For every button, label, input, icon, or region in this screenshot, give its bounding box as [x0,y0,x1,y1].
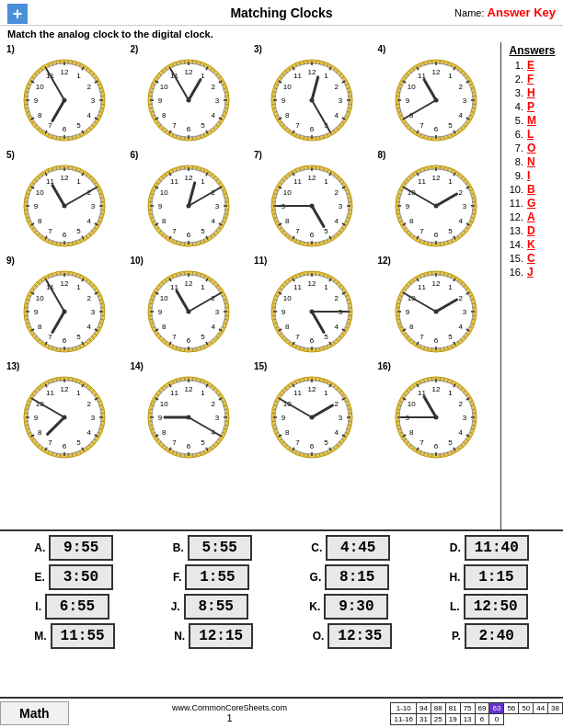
svg-text:10: 10 [36,188,44,197]
answer-number: 10. [505,184,525,195]
svg-text:3: 3 [215,414,220,422]
svg-text:2: 2 [87,294,92,302]
svg-text:8: 8 [285,111,290,119]
clock-cell: 1) 121234567891011 [5,44,125,146]
svg-text:1: 1 [325,389,329,397]
clock-cell: 7) 121234567891011 [252,150,373,252]
score-section: 1-10 94 88 81 75 69 63 56 50 44 38 11-16… [390,702,563,725]
score-val: 81 [445,702,460,713]
answer-letter: M [525,114,536,127]
svg-text:10: 10 [283,294,292,302]
svg-text:6: 6 [63,125,67,133]
clock-svg: 121234567891011 [266,160,358,252]
footer-center: www.CommonCoreSheets.com 1 [172,703,287,723]
clock-label: 5) [6,150,15,160]
digital-letter: H. [449,571,460,584]
score-range-1: 1-10 [391,702,416,713]
svg-text:1: 1 [201,283,205,291]
clock-svg: 121234567891011 [390,371,482,463]
digital-cell: D. 11:40 [450,535,529,561]
main-content: 1) 121234567891011 2) 121234567891011 [0,42,563,529]
svg-text:6: 6 [187,125,191,133]
digital-cell: M. 11:55 [34,623,114,649]
svg-text:10: 10 [36,83,44,91]
answer-item: 12.A [505,210,559,223]
digital-letter: E. [35,571,45,584]
svg-text:7: 7 [296,333,301,341]
score-val: 31 [416,713,431,724]
digital-display: 12:35 [327,623,392,649]
clock-label: 2) [131,44,139,54]
svg-text:12: 12 [61,68,69,76]
footer-url: www.CommonCoreSheets.com [172,703,287,712]
answer-letter: L [525,128,534,141]
score-val: 25 [431,713,445,724]
svg-text:10: 10 [159,294,167,302]
score-val: 38 [548,702,563,713]
clock-label: 9) [6,256,15,266]
svg-text:6: 6 [310,442,315,450]
svg-text:11: 11 [170,389,178,397]
svg-text:5: 5 [77,333,82,341]
answer-number: 4. [505,101,525,112]
answer-item: 4.P [505,100,559,113]
answer-letter: C [525,252,535,265]
svg-point-461 [186,204,190,209]
digital-row-2: E. 3:50 F. 1:55 G. 8:15 H. 1:15 [5,564,558,590]
score-val-highlight: 63 [489,702,504,713]
svg-text:3: 3 [91,308,96,316]
score-range-2: 11-16 [391,713,416,724]
svg-text:12: 12 [431,174,440,182]
clock-cell: 14) 121234567891011 [129,361,249,463]
svg-text:12: 12 [61,174,69,182]
math-label: Math [0,701,69,725]
svg-text:10: 10 [159,188,167,197]
score-val: 56 [504,702,519,713]
svg-text:2: 2 [211,400,215,408]
svg-text:7: 7 [49,333,53,341]
svg-text:1: 1 [325,177,329,186]
svg-text:6: 6 [434,125,439,133]
digital-display: 12:50 [464,594,528,620]
svg-text:9: 9 [34,414,39,422]
instructions: Match the analog clock to the digital cl… [0,26,563,42]
clock-svg: 121234567891011 [18,266,110,358]
digital-cell: C. 4:45 [311,535,390,561]
svg-text:7: 7 [49,121,53,130]
svg-text:5: 5 [448,121,453,130]
clock-svg: 121234567891011 [18,160,110,252]
answer-item: 14.K [505,238,559,251]
svg-text:5: 5 [201,333,205,341]
digital-cell: I. 6:55 [35,594,109,620]
svg-text:7: 7 [419,227,424,235]
clock-label: 6) [131,150,139,160]
score-val: 0 [489,713,504,724]
svg-text:4: 4 [458,428,463,437]
svg-text:9: 9 [282,97,286,105]
svg-text:12: 12 [61,279,69,288]
svg-text:12: 12 [308,174,316,182]
svg-text:10: 10 [159,83,167,91]
svg-text:7: 7 [172,227,177,235]
answer-number: 1. [505,60,525,71]
svg-text:8: 8 [409,323,414,331]
svg-text:2: 2 [335,83,339,91]
svg-text:10: 10 [159,400,167,408]
svg-point-769 [186,310,190,314]
svg-text:10: 10 [283,188,292,197]
svg-text:8: 8 [162,323,167,331]
svg-text:11: 11 [46,389,54,397]
digital-row-4: M. 11:55 N. 12:15 O. 12:35 P. 2:40 [5,623,558,649]
answers-header: Answers [505,44,559,57]
svg-text:5: 5 [325,333,329,341]
clock-grid: 1) 121234567891011 2) 121234567891011 [5,44,496,463]
svg-text:5: 5 [325,438,329,447]
digital-letter: G. [310,571,322,584]
svg-text:12: 12 [184,68,192,76]
svg-text:12: 12 [184,174,192,182]
svg-text:4: 4 [211,323,215,331]
svg-text:4: 4 [458,323,463,331]
answer-letter: I [525,169,530,182]
svg-text:5: 5 [77,121,82,130]
clock-svg: 121234567891011 [143,160,235,252]
